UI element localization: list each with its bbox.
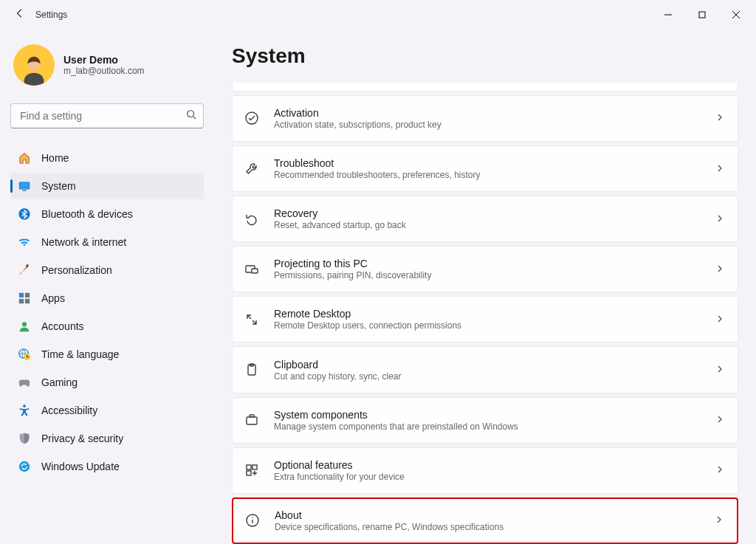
activation-icon <box>241 108 262 128</box>
card-title: Activation <box>274 107 704 119</box>
projecting-icon <box>241 259 262 280</box>
avatar <box>13 44 55 86</box>
nav-item-privacy[interactable]: Privacy & security <box>10 425 204 452</box>
nav-label: Gaming <box>41 376 78 388</box>
nav-label: Windows Update <box>41 461 120 472</box>
chevron-right-icon <box>715 263 724 276</box>
page-title: System <box>232 44 738 68</box>
svg-point-21 <box>246 112 258 124</box>
gamepad-icon <box>18 376 31 389</box>
card-subtitle: Permissions, pairing PIN, discoverabilit… <box>274 270 704 280</box>
chevron-right-icon <box>715 514 724 527</box>
system-icon <box>18 179 31 193</box>
back-button[interactable] <box>15 8 25 21</box>
search-wrap <box>10 103 204 128</box>
nav-label: System <box>41 180 76 192</box>
card-title: Remote Desktop <box>274 308 704 320</box>
main-content: System Activation Activation state, subs… <box>214 30 756 544</box>
components-icon <box>241 410 262 430</box>
sidebar-nav: Home System Bluetooth & devices Network … <box>10 145 204 480</box>
chevron-right-icon <box>715 111 724 125</box>
card-title: Troubleshoot <box>274 157 704 169</box>
profile-name: User Demo <box>63 54 145 66</box>
card-title: Projecting to this PC <box>274 258 704 269</box>
svg-point-33 <box>252 517 253 519</box>
svg-rect-27 <box>250 415 254 417</box>
svg-point-16 <box>22 322 27 326</box>
card-subtitle: Cut and copy history, sync, clear <box>274 371 704 382</box>
nav-item-gaming[interactable]: Gaming <box>10 369 204 396</box>
nav-label: Bluetooth & devices <box>41 208 133 220</box>
nav-item-accounts[interactable]: Accounts <box>10 313 204 340</box>
sidebar: User Demo m_lab@outlook.com Home System … <box>0 30 214 544</box>
card-subtitle: Remote Desktop users, connection permiss… <box>274 320 704 331</box>
card-title: Optional features <box>274 459 704 471</box>
shield-icon <box>18 432 31 445</box>
globe-clock-icon <box>18 348 31 361</box>
card-activation[interactable]: Activation Activation state, subscriptio… <box>232 95 738 142</box>
nav-label: Time & language <box>41 348 119 360</box>
close-button[interactable] <box>719 0 753 30</box>
card-subtitle: Manage system components that are preins… <box>274 421 704 432</box>
svg-rect-12 <box>19 293 24 297</box>
svg-rect-9 <box>22 190 26 190</box>
minimize-button[interactable] <box>651 0 685 30</box>
svg-rect-23 <box>252 269 258 273</box>
nav-item-apps[interactable]: Apps <box>10 285 204 311</box>
card-projecting[interactable]: Projecting to this PC Permissions, pairi… <box>232 246 738 292</box>
nav-label: Privacy & security <box>41 433 123 444</box>
svg-point-5 <box>188 111 194 117</box>
card-optional-features[interactable]: Optional features Extra functionality fo… <box>232 447 738 494</box>
svg-line-6 <box>193 117 196 120</box>
card-about[interactable]: About Device specifications, rename PC, … <box>232 497 738 544</box>
remote-icon <box>241 309 262 330</box>
nav-item-home[interactable]: Home <box>10 145 204 171</box>
svg-rect-30 <box>247 471 251 475</box>
card-clipboard[interactable]: Clipboard Cut and copy history, sync, cl… <box>232 346 738 393</box>
svg-rect-26 <box>247 417 257 424</box>
nav-item-system[interactable]: System <box>10 173 204 199</box>
optional-icon <box>241 460 262 481</box>
maximize-button[interactable] <box>685 0 719 30</box>
apps-icon <box>18 292 31 305</box>
nav-label: Accounts <box>41 320 84 332</box>
brush-icon <box>18 264 31 277</box>
nav-item-bluetooth[interactable]: Bluetooth & devices <box>10 201 204 227</box>
accessibility-icon <box>18 404 31 417</box>
card-troubleshoot[interactable]: Troubleshoot Recommended troubleshooters… <box>232 145 738 192</box>
svg-rect-1 <box>699 12 705 18</box>
svg-rect-29 <box>252 465 257 469</box>
nav-item-network[interactable]: Network & internet <box>10 229 204 255</box>
search-input[interactable] <box>10 103 204 128</box>
nav-item-personalization[interactable]: Personalization <box>10 257 204 283</box>
svg-rect-13 <box>25 293 30 297</box>
card-recovery[interactable]: Recovery Reset, advanced startup, go bac… <box>232 196 738 242</box>
profile-block[interactable]: User Demo m_lab@outlook.com <box>10 35 204 103</box>
svg-point-20 <box>19 461 30 472</box>
nav-label: Apps <box>41 292 65 304</box>
card-subtitle: Reset, advanced startup, go back <box>274 220 704 230</box>
nav-item-accessibility[interactable]: Accessibility <box>10 397 204 424</box>
card-title: Clipboard <box>274 359 704 371</box>
nav-item-update[interactable]: Windows Update <box>10 453 204 480</box>
search-icon <box>186 109 196 123</box>
card-subtitle: Activation state, subscriptions, product… <box>274 120 704 130</box>
nav-item-time[interactable]: Time & language <box>10 341 204 368</box>
nav-label: Home <box>41 152 69 164</box>
profile-email: m_lab@outlook.com <box>63 66 145 76</box>
settings-list: Activation Activation state, subscriptio… <box>232 83 738 544</box>
chevron-right-icon <box>715 464 724 477</box>
card-remote-desktop[interactable]: Remote Desktop Remote Desktop users, con… <box>232 296 738 342</box>
card-system-components[interactable]: System components Manage system componen… <box>232 397 738 444</box>
nav-label: Accessibility <box>41 404 97 416</box>
info-icon <box>242 510 263 531</box>
card-title: Recovery <box>274 207 704 219</box>
chevron-right-icon <box>715 162 724 176</box>
svg-rect-8 <box>20 183 30 189</box>
bluetooth-icon <box>18 207 31 221</box>
card-subtitle: Recommended troubleshooters, preferences… <box>274 170 704 180</box>
card-subtitle: Extra functionality for your device <box>274 472 704 482</box>
recovery-icon <box>241 209 262 230</box>
chevron-right-icon <box>715 413 724 427</box>
wifi-icon <box>18 235 31 249</box>
